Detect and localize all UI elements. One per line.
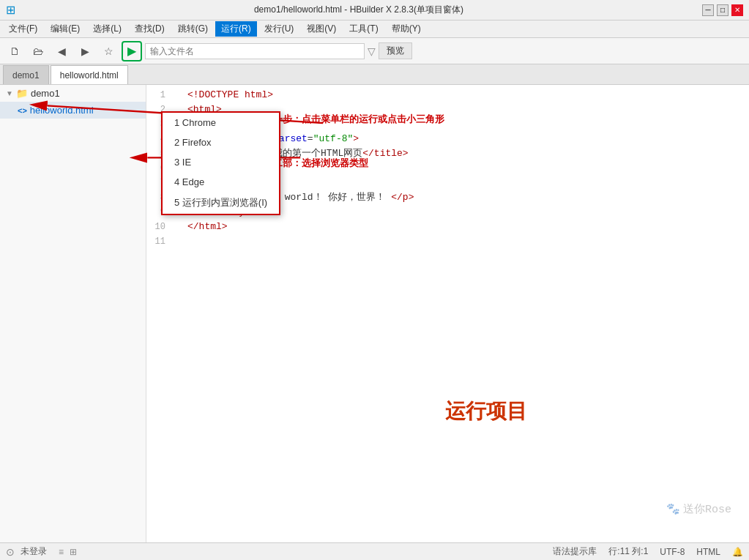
code-line-11: 11 bbox=[146, 234, 749, 249]
open-button[interactable]: 🗁 bbox=[28, 41, 48, 61]
menu-jump[interactable]: 跳转(G) bbox=[172, 21, 214, 37]
run-project-label: 运行项目 bbox=[445, 397, 527, 425]
tab-bar: demo1 helloworld.html bbox=[0, 64, 749, 85]
menu-publish[interactable]: 发行(U) bbox=[258, 21, 300, 37]
menu-bar: 文件(F) 编辑(E) 选择(L) 查找(D) 跳转(G) 运行(R) 发行(U… bbox=[0, 20, 749, 38]
encoding: UTF-8 bbox=[660, 547, 685, 557]
tab-demo1[interactable]: demo1 bbox=[3, 65, 49, 84]
filter-icon: ▽ bbox=[368, 45, 376, 57]
toolbar: 🗋 🗁 ◀ ▶ ☆ ▶ ▽ 预览 bbox=[0, 38, 749, 64]
window-controls: ─ □ ✕ bbox=[702, 4, 743, 16]
menu-find[interactable]: 查找(D) bbox=[129, 21, 171, 37]
tab-helloworld[interactable]: helloworld.html bbox=[51, 65, 128, 84]
dropdown-item-chrome[interactable]: 1 Chrome bbox=[163, 113, 279, 132]
bell-icon: 🔔 bbox=[732, 547, 743, 557]
dropdown-item-edge[interactable]: 4 Edge bbox=[163, 172, 279, 192]
menu-tools[interactable]: 工具(T) bbox=[343, 21, 384, 37]
file-label: helloworld.html bbox=[30, 105, 94, 116]
dropdown-chrome-label: 1 Chrome bbox=[174, 117, 216, 128]
window-title: demo1/helloworld.html - HBuilder X 2.8.3… bbox=[15, 4, 702, 16]
run-button[interactable]: ▶ bbox=[122, 41, 142, 61]
status-list-icon: ≡ bbox=[59, 547, 64, 557]
app-icon: ⊞ bbox=[6, 3, 15, 17]
status-right: 语法提示库 行:11 列:1 UTF-8 HTML 🔔 bbox=[553, 545, 743, 558]
menu-view[interactable]: 视图(V) bbox=[301, 21, 342, 37]
title-bar-left: ⊞ bbox=[6, 3, 15, 17]
watermark: 🐾 送你Rose bbox=[666, 502, 731, 516]
file-search-input[interactable] bbox=[145, 43, 365, 59]
run-dropdown-menu: 1 Chrome 2 Firefox 3 IE 4 Edge 5 运行到内置浏览… bbox=[161, 111, 280, 215]
file-code-icon: <> bbox=[18, 106, 27, 115]
preview-button[interactable]: 预览 bbox=[379, 42, 412, 59]
dropdown-item-firefox[interactable]: 2 Firefox bbox=[163, 132, 279, 152]
sidebar-file-helloworld[interactable]: <> helloworld.html bbox=[0, 102, 146, 119]
file-type: HTML bbox=[696, 547, 720, 557]
cursor-position: 行:11 列:1 bbox=[608, 545, 648, 558]
folder-icon: 📁 bbox=[16, 88, 28, 99]
status-bar: ⊙ 未登录 ≡ ⊞ 语法提示库 行:11 列:1 UTF-8 HTML 🔔 bbox=[0, 542, 749, 560]
menu-select[interactable]: 选择(L) bbox=[87, 21, 127, 37]
dropdown-builtin-label: 5 运行到内置浏览器(I) bbox=[174, 196, 267, 209]
menu-run[interactable]: 运行(R) bbox=[215, 21, 257, 37]
back-button[interactable]: ◀ bbox=[51, 41, 72, 61]
status-left: ⊙ 未登录 ≡ ⊞ bbox=[6, 545, 77, 558]
folder-arrow-icon: ▼ bbox=[6, 89, 13, 97]
syntax-hints: 语法提示库 bbox=[553, 545, 597, 558]
dropdown-item-ie[interactable]: 3 IE bbox=[163, 152, 279, 172]
title-bar: ⊞ demo1/helloworld.html - HBuilder X 2.8… bbox=[0, 0, 749, 20]
dropdown-edge-label: 4 Edge bbox=[174, 176, 204, 187]
watermark-text: 送你Rose bbox=[683, 502, 731, 516]
close-button[interactable]: ✕ bbox=[731, 4, 743, 16]
dropdown-ie-label: 3 IE bbox=[174, 157, 191, 168]
new-file-button[interactable]: 🗋 bbox=[4, 41, 25, 61]
toolbar-search-area: ▽ 预览 bbox=[145, 42, 745, 59]
dropdown-firefox-label: 2 Firefox bbox=[174, 137, 212, 148]
status-icon: ⊙ bbox=[6, 546, 15, 558]
bookmark-button[interactable]: ☆ bbox=[98, 41, 119, 61]
watermark-icon: 🐾 bbox=[666, 502, 680, 516]
code-line-1: 1 <!DOCTYPE html> bbox=[146, 88, 749, 102]
status-grid-icon: ⊞ bbox=[70, 547, 77, 557]
sidebar-folder-demo1[interactable]: ▼ 📁 demo1 bbox=[0, 85, 146, 102]
menu-file[interactable]: 文件(F) bbox=[3, 21, 43, 37]
sidebar: ▼ 📁 demo1 <> helloworld.html bbox=[0, 85, 146, 542]
dropdown-item-builtin[interactable]: 5 运行到内置浏览器(I) bbox=[163, 192, 279, 214]
menu-edit[interactable]: 编辑(E) bbox=[45, 21, 86, 37]
minimize-button[interactable]: ─ bbox=[702, 4, 714, 16]
maximize-button[interactable]: □ bbox=[717, 4, 728, 16]
main-area: ▼ 📁 demo1 <> helloworld.html 1 <!DOCTYPE… bbox=[0, 85, 749, 542]
folder-label: demo1 bbox=[31, 88, 60, 99]
forward-button[interactable]: ▶ bbox=[75, 41, 95, 61]
login-status[interactable]: 未登录 bbox=[21, 545, 47, 558]
code-line-10: 10 </html> bbox=[146, 220, 749, 234]
menu-help[interactable]: 帮助(Y) bbox=[386, 21, 427, 37]
